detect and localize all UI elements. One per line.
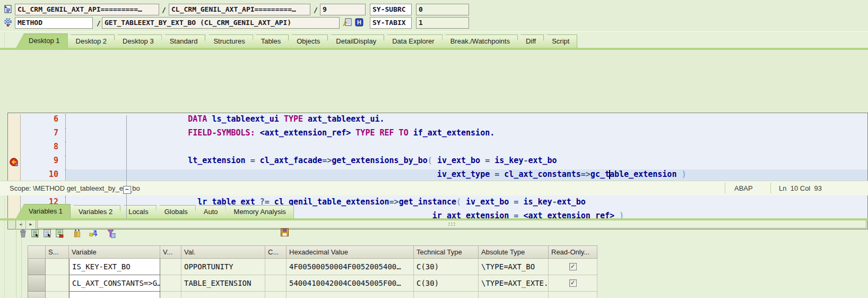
code-text[interactable] <box>66 142 867 156</box>
code-line-7: 7 FIELD-SYMBOLS: <axt_extension_ref> TYP… <box>8 128 867 142</box>
breakpoint-margin[interactable] <box>8 156 21 169</box>
filter-icon[interactable] <box>106 228 116 239</box>
compare-icon[interactable] <box>72 228 82 239</box>
readonly-checkbox-checked[interactable]: ✓ <box>569 279 577 287</box>
vtab-auto[interactable]: Auto <box>191 205 226 218</box>
code-text[interactable]: lt_extension = cl_axt_facade=>get_extens… <box>66 156 867 169</box>
col-header-technical-type[interactable]: Technical Type <box>414 245 479 259</box>
cell-hex-row-2: 5400410042004C0045005F00… <box>287 275 414 292</box>
cell-v-row-2 <box>160 275 181 292</box>
col-header-v[interactable]: V... <box>160 245 181 259</box>
table-select-icon[interactable] <box>42 228 53 239</box>
col-header-c[interactable]: C... <box>265 245 287 259</box>
vtab-variables-1[interactable]: Variables 1 <box>16 204 71 218</box>
cell-s-row-1 <box>46 259 69 275</box>
status-separator <box>725 183 725 193</box>
separator-slash: / <box>162 6 166 14</box>
current-statement-breakpoint-icon <box>10 158 19 167</box>
cell-variable-row-1[interactable]: IS_KEY-EXT_BO <box>69 259 160 275</box>
code-text[interactable]: FIELD-SYMBOLS: <axt_extension_ref> TYPE … <box>66 128 867 142</box>
cell-hex-row-3 <box>287 292 414 298</box>
col-header-hexadecimal-value[interactable]: Hexadecimal Value <box>287 245 414 259</box>
tab-objects[interactable]: Objects <box>284 35 328 48</box>
readonly-checkbox-checked[interactable]: ✓ <box>569 263 577 270</box>
tab-detaildisplay[interactable]: DetailDisplay <box>323 35 384 48</box>
cell-readonly-row-3 <box>549 292 597 298</box>
cursor-position-label: Ln 10 Col 93 <box>779 184 822 192</box>
cell-tech-row-3 <box>414 292 479 298</box>
tab-structures[interactable]: Structures <box>201 35 253 48</box>
breakpoint-margin[interactable] <box>8 142 21 156</box>
variables-tab-strip: Variables 1Variables 2LocalsGlobalsAutoM… <box>0 203 868 220</box>
goto-statement-icon[interactable] <box>343 18 352 27</box>
breakpoint-margin[interactable] <box>8 128 21 142</box>
col-header-s[interactable]: S... <box>46 245 69 259</box>
cell-val-row-1: OPPORTUNITY <box>181 259 265 275</box>
cell-c-row-2 <box>265 275 287 292</box>
tab-data-explorer[interactable]: Data Explorer <box>379 35 442 48</box>
select-all-header-cell[interactable] <box>28 245 46 259</box>
code-line-6: 6 DATA ls_tableext_ui TYPE axt_tableext_… <box>8 114 867 128</box>
method-icon <box>3 18 13 27</box>
table-modify-icon[interactable] <box>55 228 65 239</box>
vtab-locals[interactable]: Locals <box>116 205 157 218</box>
row-selector[interactable] <box>28 292 46 298</box>
cell-abs-row-1: \TYPE=AXT_BO <box>479 259 549 275</box>
cell-abs-row-3 <box>479 292 549 298</box>
cell-hex-row-1: 4F00500050004F0052005400… <box>287 259 414 275</box>
save-icon[interactable] <box>280 227 290 237</box>
scrollbar-track[interactable] <box>36 219 867 229</box>
tab-script[interactable]: Script <box>539 35 577 48</box>
code-text[interactable]: DATA ls_tableext_ui TYPE axt_tableext_ui… <box>66 114 867 128</box>
tab-standard[interactable]: Standard <box>157 35 206 48</box>
navigate-icon[interactable] <box>89 228 99 239</box>
info-icon[interactable]: H <box>354 18 364 27</box>
scope-label: Scope: \METHOD get_tableext_by_ext_bo <box>10 184 140 192</box>
delete-icon[interactable] <box>18 228 28 239</box>
line-number-field[interactable]: 9 <box>320 4 366 15</box>
vtab-memory-analysis[interactable]: Memory Analysis <box>221 205 294 218</box>
col-header-absolute-type[interactable]: Absolute Type <box>479 245 549 259</box>
row-selector[interactable] <box>28 275 46 292</box>
vtab-globals[interactable]: Globals <box>152 205 196 218</box>
event-name-field[interactable]: GET_TABLEEXT_BY_EXT_BO (CL_CRM_GENIL_AXT… <box>102 17 340 29</box>
col-header-variable[interactable]: Variable <box>69 245 160 259</box>
status-separator <box>770 183 771 193</box>
table-row: IS_KEY-EXT_BOOPPORTUNITY4F00500050004F00… <box>28 259 617 275</box>
vtab-variables-2[interactable]: Variables 2 <box>66 205 120 218</box>
sy-subrc-label-field[interactable]: SY-SUBRC <box>370 4 412 15</box>
event-kind-field[interactable]: METHOD <box>15 17 93 29</box>
scrollbar-grip <box>448 222 456 226</box>
cell-tech-row-1: C(30) <box>414 259 479 275</box>
scrollbar-splitter-handle[interactable] <box>8 219 16 229</box>
tab-desktop-2[interactable]: Desktop 2 <box>63 35 115 48</box>
sy-tabix-label-field[interactable]: SY-TABIX <box>370 17 412 29</box>
col-header-read-only[interactable]: Read-Only... <box>549 245 597 259</box>
tab-break-watchpoints[interactable]: Break./Watchpoints <box>438 35 518 48</box>
table-view-icon[interactable] <box>30 228 40 239</box>
cell-variable-row-3[interactable] <box>69 292 160 298</box>
cell-c-row-3 <box>265 292 287 298</box>
table-row <box>28 292 617 298</box>
cell-variable-row-2[interactable]: CL_AXT_CONSTANTS=>G… <box>69 275 160 292</box>
line-number: 8 <box>21 142 66 156</box>
include-field[interactable]: CL_CRM_GENIL_AXT_API=========… <box>169 4 310 15</box>
cell-abs-row-2: \TYPE=AXT_EXTE.. <box>479 275 549 292</box>
cell-readonly-row-2: ✓ <box>549 275 597 292</box>
line-number: 9 <box>21 156 66 169</box>
sy-tabix-value-field[interactable]: 1 <box>416 17 469 29</box>
tab-desktop-3[interactable]: Desktop 3 <box>110 35 162 48</box>
cell-tech-row-2: C(30) <box>414 275 479 292</box>
tab-desktop-1[interactable]: Desktop 1 <box>16 33 68 48</box>
main-program-field[interactable]: CL_CRM_GENIL_AXT_API=========… <box>15 4 159 15</box>
scrollbar-thumb[interactable] <box>37 220 866 228</box>
cell-val-row-3 <box>181 292 265 298</box>
table-row: CL_AXT_CONSTANTS=>G…TABLE_EXTENSION54004… <box>28 275 617 292</box>
fold-collapse-icon[interactable] <box>123 186 131 194</box>
tab-tables[interactable]: Tables <box>248 35 289 48</box>
code-structure-line <box>126 115 127 218</box>
breakpoint-margin[interactable] <box>8 114 21 128</box>
col-header-val[interactable]: Val. <box>181 245 265 259</box>
sy-subrc-value-field[interactable]: 0 <box>416 4 469 15</box>
row-selector[interactable] <box>28 259 46 275</box>
